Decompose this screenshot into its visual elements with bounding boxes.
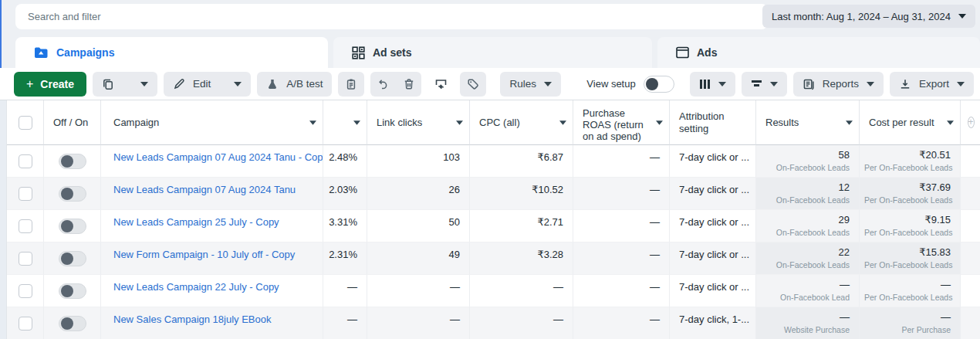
campaign-name-link[interactable]: New Leads Campaign 07 Aug 2024 Tanu <box>113 184 296 195</box>
cost-per-result-cell: ₹37.69Per On-Facebook Leads <box>860 178 961 210</box>
tab-campaigns[interactable]: Campaigns <box>15 37 328 68</box>
row-checkbox[interactable] <box>19 317 32 331</box>
columns-button[interactable] <box>690 72 735 97</box>
ctr-value: — <box>323 307 367 339</box>
row-checkbox[interactable] <box>19 219 32 233</box>
campaign-toggle[interactable] <box>59 283 86 299</box>
tag-button[interactable] <box>460 72 486 97</box>
header-link-clicks[interactable]: Link clicks <box>367 100 470 145</box>
results-cell: 22On-Facebook Leads <box>756 242 860 275</box>
header-cost-per-result[interactable]: Cost per result <box>860 100 961 145</box>
campaign-name-link[interactable]: New Sales Campaign 18july EBook <box>113 314 272 325</box>
rules-button[interactable]: Rules <box>500 72 561 97</box>
header-off-on: Off / On <box>44 100 101 145</box>
campaign-name-link[interactable]: New Leads Campaign 22 July - Copy <box>113 281 279 293</box>
trash-icon <box>403 78 415 90</box>
reports-button[interactable]: Reports <box>793 72 884 97</box>
chevron-down-icon <box>656 120 663 125</box>
attribution-value: 7-day click, 1-... <box>670 307 756 339</box>
cpc-value: ₹10.52 <box>470 178 573 210</box>
duplicate-button[interactable] <box>93 72 157 97</box>
ad-sets-grid-icon <box>352 46 365 59</box>
select-all-checkbox[interactable] <box>19 116 32 130</box>
roas-value: — <box>573 178 670 210</box>
row-checkbox[interactable] <box>19 284 32 298</box>
campaign-toggle[interactable] <box>59 316 86 331</box>
roas-value: — <box>573 242 670 275</box>
campaign-name-link[interactable]: New Leads Campaign 07 Aug 2024 Tanu - Co… <box>113 151 323 163</box>
campaign-toggle[interactable] <box>59 186 86 202</box>
cost-per-result-cell: ₹15.83Per On-Facebook Leads <box>860 242 961 275</box>
export-button-label: Export <box>919 78 949 90</box>
plus-icon: + <box>26 78 33 90</box>
view-setup-toggle[interactable] <box>644 76 674 93</box>
export-button[interactable]: Export <box>890 72 974 97</box>
search-input[interactable] <box>15 4 768 29</box>
cpc-value: ₹6.87 <box>470 145 573 178</box>
ab-test-button[interactable]: A/B test <box>257 72 332 97</box>
tab-ad-sets[interactable]: Ad sets <box>333 37 652 68</box>
header-results[interactable]: Results <box>756 100 860 145</box>
results-cell: —Website Purchase <box>756 307 860 339</box>
undo-delete-group <box>370 72 421 97</box>
chevron-down-icon <box>140 82 148 86</box>
delete-button[interactable] <box>396 72 421 97</box>
breakdown-button[interactable] <box>742 72 787 97</box>
ab-test-button-label: A/B test <box>286 78 323 90</box>
chevron-down-icon <box>770 82 778 86</box>
row-checkbox[interactable] <box>19 187 32 201</box>
date-range-selector[interactable]: Last month: Aug 1, 2024 – Aug 31, 2024 <box>762 5 975 28</box>
header-cpc[interactable]: CPC (all) <box>470 100 573 145</box>
tag-icon <box>467 78 479 90</box>
campaign-name-link[interactable]: New Leads Campaign 25 July - Copy <box>113 216 279 228</box>
chevron-down-icon <box>544 82 552 86</box>
campaign-toggle[interactable] <box>59 154 86 169</box>
results-cell: 12On-Facebook Leads <box>756 178 860 210</box>
chevron-down-icon <box>353 120 360 125</box>
chevron-down-icon <box>718 82 726 86</box>
date-range-label: Last month: Aug 1, 2024 – Aug 31, 2024 <box>772 11 951 22</box>
link-clicks-value: 103 <box>367 145 470 178</box>
cost-per-result-cell: ₹9.15Per On-Facebook Leads <box>860 210 961 242</box>
chevron-down-icon <box>846 120 853 125</box>
edit-button[interactable]: Edit <box>164 72 251 97</box>
row-checkbox[interactable] <box>19 252 32 266</box>
campaign-name-link[interactable]: New Form Campaign - 10 July off - Copy <box>113 249 295 260</box>
cpc-value: — <box>470 307 573 339</box>
paste-button[interactable] <box>338 72 364 97</box>
header-ctr[interactable] <box>323 100 367 145</box>
reports-icon <box>803 78 815 90</box>
cost-per-result-cell: —Per On-Facebook Leads <box>860 275 961 307</box>
results-cell: —On-Facebook Lead <box>756 275 860 307</box>
attribution-value: 7-day click or ... <box>670 242 756 275</box>
header-add-column[interactable]: + <box>961 100 980 145</box>
row-checkbox[interactable] <box>19 154 32 168</box>
ctr-value: — <box>323 275 367 307</box>
table-header-row: Off / On Campaign Link clicks CPC (all) … <box>7 100 980 145</box>
attribution-value: 7-day click or ... <box>670 178 756 210</box>
create-button[interactable]: + Create <box>14 72 86 97</box>
chevron-down-icon <box>958 14 966 19</box>
tab-ads-label: Ads <box>697 46 717 59</box>
swap-arrows-icon <box>434 78 448 90</box>
download-icon <box>899 78 911 90</box>
pencil-icon <box>173 78 185 90</box>
chevron-down-icon <box>456 120 463 125</box>
copy-icon <box>102 78 114 90</box>
roas-value: — <box>573 275 670 307</box>
results-cell: 58On-Facebook Leads <box>756 145 860 178</box>
attribution-value: 7-day click or ... <box>670 145 756 178</box>
columns-icon <box>699 79 711 90</box>
tab-ads[interactable]: Ads <box>657 37 980 68</box>
cost-per-result-cell: —Per Purchase <box>860 307 961 339</box>
campaign-toggle[interactable] <box>59 219 86 234</box>
table-row: New Sales Campaign 18july EBook — — — — … <box>7 307 980 339</box>
header-campaign[interactable]: Campaign <box>101 100 323 145</box>
undo-button[interactable] <box>370 72 396 97</box>
pixel-swap-button[interactable] <box>427 72 454 97</box>
roas-value: — <box>573 145 670 178</box>
campaign-toggle[interactable] <box>59 251 86 266</box>
cpc-value: — <box>470 275 573 307</box>
header-purchase-roas[interactable]: Purchase ROAS (return on ad spend) <box>573 100 670 145</box>
campaigns-table: Off / On Campaign Link clicks CPC (all) … <box>0 100 980 339</box>
